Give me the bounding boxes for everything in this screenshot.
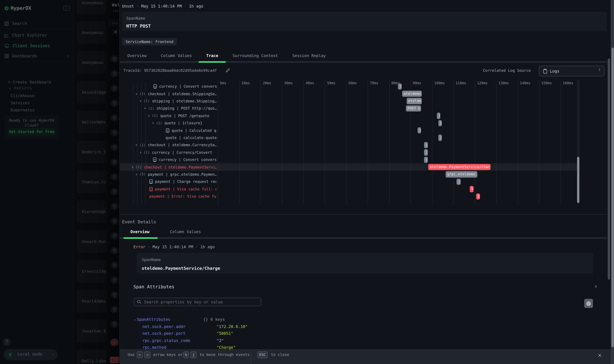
location-pin-icon[interactable] [110, 261, 119, 269]
session-card[interactable]: Deion37@gm [77, 81, 106, 104]
location-pin-icon[interactable] [110, 217, 119, 225]
service-name-chip[interactable]: ServiceName: frontend [122, 38, 177, 45]
location-pin-icon[interactable] [110, 203, 119, 210]
span-bar[interactable]: ( [418, 127, 421, 134]
modal-tab[interactable]: Trace [202, 52, 222, 60]
expand-caret-icon[interactable]: ∨ [135, 92, 138, 95]
sidebar-item-client-sessions[interactable]: Client Sessions [0, 41, 74, 50]
location-pin-icon[interactable] [110, 85, 119, 92]
location-pin-icon[interactable] [110, 173, 119, 181]
location-pin-icon[interactable] [110, 232, 119, 240]
modal-tab[interactable]: Column Values [157, 52, 196, 60]
expand-caret-icon[interactable]: ∨ [139, 151, 142, 154]
expand-caret-icon[interactable]: ∨ [148, 114, 150, 117]
span-row[interactable]: ∨ (2) quote | {closure} { [120, 119, 580, 127]
session-card[interactable]: Howard.Run [77, 230, 106, 253]
location-pin-icon[interactable] [110, 306, 119, 313]
span-bar[interactable]: E [476, 193, 480, 200]
span-row[interactable]: ∨ payment | Charge request rec… ( [120, 178, 580, 185]
expand-caret-icon[interactable]: ∨ [152, 121, 154, 125]
presets-toggle[interactable]: ∨ PRESETS [9, 87, 32, 90]
local-mode-button[interactable]: U Local mode › [3, 349, 58, 360]
session-card[interactable]: Anonymous [77, 21, 106, 44]
event-row[interactable] [107, 66, 119, 81]
event-row[interactable] [107, 317, 119, 331]
waterfall-scrollbar-thumb[interactable] [577, 157, 579, 203]
sidebar-collapse-icon[interactable] [64, 6, 69, 11]
attribute-row[interactable]: net.sock.peer.port "50051" [143, 331, 185, 336]
span-bar[interactable]: ( [424, 149, 428, 156]
attribute-row[interactable]: rpc.method "Charge" [143, 345, 166, 350]
event-row[interactable] [107, 125, 119, 140]
location-pin-icon[interactable] [110, 70, 119, 78]
attribute-key[interactable]: net.sock.peer.port [143, 331, 185, 336]
location-pin-icon[interactable] [110, 188, 119, 195]
event-details-tab[interactable]: Column Values [163, 228, 208, 236]
event-row[interactable] [107, 52, 119, 66]
session-card[interactable]: Kieran92@h [77, 200, 106, 223]
modal-tab[interactable]: Surrounding Context [229, 52, 282, 60]
event-row[interactable] [107, 213, 119, 228]
preset-services[interactable]: Services [11, 101, 30, 105]
event-row[interactable] [107, 199, 119, 213]
help-button[interactable]: ? [3, 338, 11, 346]
chevron-up-icon[interactable]: ∧ [67, 54, 69, 58]
sidebar-item-chart-explorer[interactable]: Chart Explorer [0, 31, 74, 39]
event-row[interactable] [107, 258, 119, 273]
preset-clickhouse[interactable]: Clickhouse [11, 93, 35, 98]
event-row[interactable] [107, 140, 119, 155]
event-row[interactable] [107, 243, 119, 258]
location-pin-icon[interactable] [110, 55, 119, 63]
span-row[interactable]: ∨ payment | Error: Visa cache ful… E [120, 193, 580, 200]
session-card[interactable]: Roderick_S [77, 141, 106, 163]
span-bar[interactable]: otelder [407, 98, 422, 104]
span-row[interactable]: ∨ payment | Visa cache full: c… V [120, 185, 580, 193]
span-row[interactable]: ∨ quote | Calculated q… ( [120, 127, 580, 134]
event-row[interactable] [107, 228, 119, 243]
content-scrollbar-thumb[interactable] [608, 59, 610, 280]
span-row[interactable]: ∨ currency | Convert convers… ( [120, 156, 580, 163]
expand-caret-icon[interactable]: ∨ [144, 107, 146, 110]
span-row[interactable]: ∨ (1) checkout | oteldemo.PaymentServi… … [120, 163, 580, 171]
span-row[interactable]: ∨ currency | Convert convers… ( [120, 83, 580, 90]
span-row[interactable]: ∨ (1) shipping | POST http://quo… POST h [120, 105, 580, 112]
session-card[interactable]: Pearl43@ho [77, 290, 106, 312]
location-pin-icon[interactable] [110, 129, 119, 136]
attribute-row[interactable]: rpc.grpc.status_code "2" [143, 338, 190, 343]
span-row[interactable]: ∨ (1) checkout | oteldemo.ShippingSe… ot… [120, 90, 580, 97]
close-icon[interactable]: × [598, 352, 602, 358]
span-bar[interactable]: ( [398, 83, 402, 90]
session-card[interactable]: Walton9@ho [77, 111, 106, 133]
underlay-tab-button[interactable]: H [112, 29, 119, 35]
attributes-settings-button[interactable] [584, 299, 593, 308]
span-bar[interactable]: ( [424, 142, 428, 148]
span-bar[interactable]: oteldemo. [402, 91, 422, 97]
get-started-button[interactable]: Get Started for Free [8, 128, 55, 136]
span-bar[interactable]: ( [457, 179, 461, 185]
attributes-root-row[interactable]: ▾SpanAttributes {} 6 keys [134, 317, 170, 322]
event-row[interactable] [107, 287, 119, 302]
event-row[interactable] [107, 273, 119, 287]
session-card[interactable]: Jonathan.B [77, 320, 106, 342]
span-row[interactable]: ∨ (1) checkout | oteldemo.CurrencySe… ( [120, 142, 580, 149]
span-bar[interactable]: grpc.oteldemo. [445, 171, 477, 178]
span-bar[interactable]: V [470, 186, 473, 192]
console-error-icon[interactable]: >_ [110, 357, 119, 363]
location-pin-icon[interactable] [110, 320, 119, 328]
attribute-row[interactable]: net.sock.peer.addr "172.28.0.10" [143, 324, 185, 329]
sidebar-item-dashboards[interactable]: Dashboards ∧ [0, 52, 74, 60]
span-bar[interactable]: ( [424, 157, 428, 163]
span-bar[interactable]: ( [437, 113, 440, 119]
attributes-search-input[interactable]: Search properties by key or value [134, 298, 261, 306]
expand-caret-icon[interactable]: ∨ [135, 173, 138, 176]
create-dashboard-link[interactable]: + Create Dashboard [8, 80, 51, 84]
session-card[interactable]: Shaniya.Sc [77, 170, 106, 193]
sidebar-item-search[interactable]: Search [0, 19, 74, 27]
edit-pencil-icon[interactable] [226, 68, 230, 73]
span-bar[interactable]: ( [438, 135, 442, 141]
collapse-chevron-icon[interactable]: ∧ [594, 284, 597, 288]
session-card[interactable]: Anonymous [77, 0, 106, 14]
event-row[interactable] [107, 155, 119, 169]
location-pin-icon[interactable] [110, 99, 119, 107]
session-card[interactable]: Anonymous [77, 51, 106, 74]
